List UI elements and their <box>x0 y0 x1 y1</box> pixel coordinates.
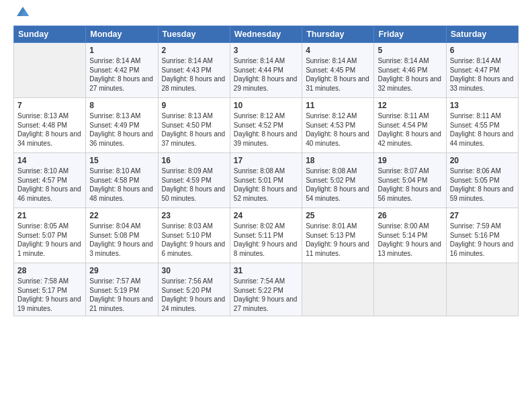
daylight-text: Daylight: 8 hours and 40 minutes. <box>306 130 369 147</box>
day-info: Sunrise: 8:09 AMSunset: 4:59 PMDaylight:… <box>162 167 226 203</box>
daylight-text: Daylight: 8 hours and 27 minutes. <box>89 75 153 92</box>
daylight-text: Daylight: 8 hours and 59 minutes. <box>450 185 514 202</box>
day-info: Sunrise: 8:14 AMSunset: 4:42 PMDaylight:… <box>89 56 154 93</box>
sunset-text: Sunset: 5:22 PM <box>234 287 283 294</box>
week-row-2: 7Sunrise: 8:13 AMSunset: 4:48 PMDaylight… <box>14 98 519 153</box>
daylight-text: Daylight: 8 hours and 48 minutes. <box>89 185 153 202</box>
weekday-header-tuesday: Tuesday <box>158 26 230 43</box>
sunset-text: Sunset: 5:05 PM <box>450 177 500 184</box>
daylight-text: Daylight: 9 hours and 13 minutes. <box>378 240 441 257</box>
calendar-body: 1Sunrise: 8:14 AMSunset: 4:42 PMDaylight… <box>14 43 519 316</box>
calendar-cell: 25Sunrise: 8:01 AMSunset: 5:13 PMDayligh… <box>302 208 374 263</box>
day-number: 24 <box>234 211 298 220</box>
sunrise-text: Sunrise: 8:13 AM <box>89 112 140 120</box>
daylight-text: Daylight: 8 hours and 56 minutes. <box>378 185 441 202</box>
sunset-text: Sunset: 4:58 PM <box>89 177 139 184</box>
day-number: 14 <box>17 156 82 165</box>
daylight-text: Daylight: 9 hours and 21 minutes. <box>89 295 153 312</box>
sunrise-text: Sunrise: 7:54 AM <box>234 277 285 285</box>
day-info: Sunrise: 8:14 AMSunset: 4:45 PMDaylight:… <box>306 56 370 93</box>
week-row-5: 28Sunrise: 7:58 AMSunset: 5:17 PMDayligh… <box>14 263 519 316</box>
daylight-text: Daylight: 9 hours and 8 minutes. <box>234 240 298 257</box>
day-number: 5 <box>378 46 442 55</box>
sunset-text: Sunset: 5:17 PM <box>17 287 67 294</box>
sunrise-text: Sunrise: 8:01 AM <box>306 222 357 230</box>
sunrise-text: Sunrise: 7:59 AM <box>450 222 501 230</box>
day-number: 15 <box>89 156 154 165</box>
sunset-text: Sunset: 5:20 PM <box>162 287 212 294</box>
sunrise-text: Sunrise: 8:04 AM <box>89 222 140 230</box>
daylight-text: Daylight: 9 hours and 27 minutes. <box>234 295 298 312</box>
sunrise-text: Sunrise: 8:14 AM <box>306 57 357 64</box>
sunset-text: Sunset: 5:14 PM <box>378 232 427 239</box>
sunset-text: Sunset: 4:42 PM <box>89 66 139 74</box>
day-info: Sunrise: 8:14 AMSunset: 4:46 PMDaylight:… <box>378 56 442 93</box>
daylight-text: Daylight: 8 hours and 46 minutes. <box>17 185 81 202</box>
calendar-cell: 16Sunrise: 8:09 AMSunset: 4:59 PMDayligh… <box>158 153 230 208</box>
day-number: 30 <box>162 266 226 275</box>
day-number: 1 <box>89 46 154 55</box>
calendar-table: SundayMondayTuesdayWednesdayThursdayFrid… <box>13 26 519 316</box>
day-number: 21 <box>17 211 82 220</box>
sunset-text: Sunset: 5:16 PM <box>450 232 500 239</box>
sunset-text: Sunset: 5:08 PM <box>89 232 139 239</box>
day-number: 7 <box>17 101 82 110</box>
day-info: Sunrise: 8:10 AMSunset: 4:58 PMDaylight:… <box>89 167 154 203</box>
daylight-text: Daylight: 9 hours and 24 minutes. <box>162 295 226 312</box>
day-number: 25 <box>306 211 370 220</box>
daylight-text: Daylight: 9 hours and 6 minutes. <box>162 240 226 257</box>
weekday-header-friday: Friday <box>374 26 446 43</box>
day-info: Sunrise: 8:06 AMSunset: 5:05 PMDaylight:… <box>450 167 515 203</box>
sunrise-text: Sunrise: 7:58 AM <box>17 277 69 285</box>
calendar-cell: 12Sunrise: 8:11 AMSunset: 4:54 PMDayligh… <box>374 98 446 153</box>
sunrise-text: Sunrise: 7:57 AM <box>89 277 140 285</box>
day-info: Sunrise: 7:54 AMSunset: 5:22 PMDaylight:… <box>234 277 298 313</box>
day-number: 12 <box>378 101 442 110</box>
daylight-text: Daylight: 9 hours and 1 minute. <box>17 240 81 257</box>
weekday-header-row: SundayMondayTuesdayWednesdayThursdayFrid… <box>14 26 519 43</box>
day-number: 17 <box>234 156 298 165</box>
sunset-text: Sunset: 5:04 PM <box>378 177 427 184</box>
calendar-cell: 30Sunrise: 7:56 AMSunset: 5:20 PMDayligh… <box>158 263 230 316</box>
day-info: Sunrise: 8:13 AMSunset: 4:49 PMDaylight:… <box>89 111 154 148</box>
day-number: 18 <box>306 156 370 165</box>
daylight-text: Daylight: 8 hours and 42 minutes. <box>378 130 441 147</box>
week-row-3: 14Sunrise: 8:10 AMSunset: 4:57 PMDayligh… <box>14 153 519 208</box>
calendar-cell <box>14 43 86 98</box>
daylight-text: Daylight: 9 hours and 19 minutes. <box>17 295 81 312</box>
day-info: Sunrise: 8:08 AMSunset: 5:01 PMDaylight:… <box>234 167 298 203</box>
calendar-cell: 4Sunrise: 8:14 AMSunset: 4:45 PMDaylight… <box>302 43 374 98</box>
daylight-text: Daylight: 8 hours and 52 minutes. <box>234 185 298 202</box>
calendar-cell: 9Sunrise: 8:13 AMSunset: 4:50 PMDaylight… <box>158 98 230 153</box>
sunset-text: Sunset: 4:43 PM <box>162 66 212 74</box>
daylight-text: Daylight: 9 hours and 16 minutes. <box>450 240 514 257</box>
sunset-text: Sunset: 4:55 PM <box>450 122 500 129</box>
calendar-cell: 15Sunrise: 8:10 AMSunset: 4:58 PMDayligh… <box>86 153 158 208</box>
day-number: 11 <box>306 101 370 110</box>
day-info: Sunrise: 8:00 AMSunset: 5:14 PMDaylight:… <box>378 222 442 258</box>
calendar-cell: 11Sunrise: 8:12 AMSunset: 4:53 PMDayligh… <box>302 98 374 153</box>
calendar-cell: 7Sunrise: 8:13 AMSunset: 4:48 PMDaylight… <box>14 98 86 153</box>
day-info: Sunrise: 8:11 AMSunset: 4:54 PMDaylight:… <box>378 111 442 148</box>
day-info: Sunrise: 8:14 AMSunset: 4:43 PMDaylight:… <box>162 56 226 93</box>
calendar-cell: 3Sunrise: 8:14 AMSunset: 4:44 PMDaylight… <box>230 43 302 98</box>
sunrise-text: Sunrise: 8:12 AM <box>306 112 357 120</box>
calendar-cell: 6Sunrise: 8:14 AMSunset: 4:47 PMDaylight… <box>446 43 518 98</box>
day-number: 28 <box>17 266 82 275</box>
weekday-header-wednesday: Wednesday <box>230 26 302 43</box>
sunrise-text: Sunrise: 8:11 AM <box>450 112 501 120</box>
sunrise-text: Sunrise: 8:14 AM <box>162 57 213 64</box>
daylight-text: Daylight: 8 hours and 31 minutes. <box>306 75 369 92</box>
daylight-text: Daylight: 8 hours and 50 minutes. <box>162 185 226 202</box>
day-number: 3 <box>234 46 298 55</box>
sunset-text: Sunset: 4:59 PM <box>162 177 212 184</box>
sunset-text: Sunset: 4:46 PM <box>378 66 427 74</box>
page: SundayMondayTuesdayWednesdayThursdayFrid… <box>0 0 532 411</box>
weekday-header-monday: Monday <box>86 26 158 43</box>
day-number: 9 <box>162 101 226 110</box>
daylight-text: Daylight: 8 hours and 39 minutes. <box>234 130 298 147</box>
daylight-text: Daylight: 8 hours and 32 minutes. <box>378 75 441 92</box>
sunrise-text: Sunrise: 8:14 AM <box>234 57 285 64</box>
sunset-text: Sunset: 4:50 PM <box>162 122 212 129</box>
week-row-4: 21Sunrise: 8:05 AMSunset: 5:07 PMDayligh… <box>14 208 519 263</box>
